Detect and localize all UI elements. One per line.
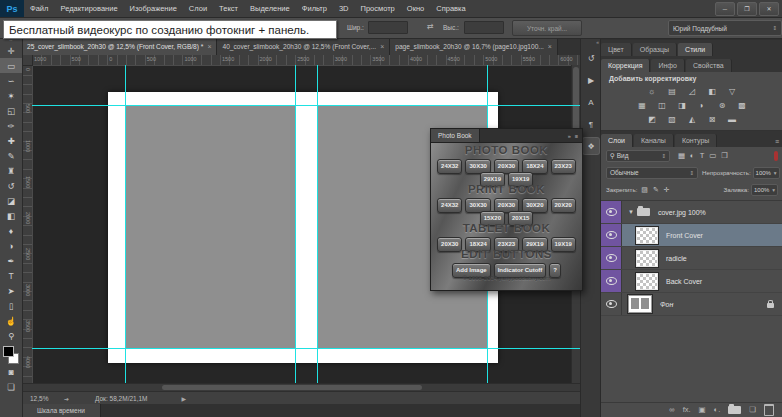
tab-25-cover-slimbook[interactable]: 25_cover_slimbook_20h30 @ 12,5% (Front C… [22,38,217,55]
channel-mixer-icon[interactable]: ⊛ [716,100,729,111]
menu-file[interactable]: Файл [24,4,54,13]
tab-channels[interactable]: Каналы [634,134,674,147]
link-layers-button[interactable]: ∞ [669,406,674,414]
vertical-guide[interactable] [125,65,126,383]
menu-layers[interactable]: Слои [183,4,213,13]
brightness-contrast-icon[interactable]: ☼ [646,86,659,97]
tab-paths[interactable]: Контуры [675,134,717,147]
menu-view[interactable]: Просмотр [355,4,401,13]
filter-toggle-switch[interactable] [774,151,778,161]
clone-stamp-tool-icon[interactable]: ♜ [0,163,22,178]
eye-icon[interactable] [606,208,617,216]
layer-thumbnail[interactable] [636,273,658,290]
tab-styles[interactable]: Стили [678,43,713,56]
eye-icon[interactable] [606,300,617,308]
invert-icon[interactable]: ◩ [646,114,659,125]
blend-mode-select[interactable]: Обычные ⇕ [606,167,698,179]
status-menu-arrow-icon[interactable]: ▶ [182,395,187,402]
status-popup-icon[interactable]: ➔ [64,395,69,402]
panel-collapse-icon[interactable]: » [568,133,571,139]
magic-wand-tool-icon[interactable]: ✶ [0,88,22,103]
menu-edit[interactable]: Редактирование [54,4,123,13]
opacity-field[interactable]: 100% ▾ [753,167,780,179]
layer-name[interactable]: Back Cover [666,278,702,285]
filter-shape-layers-icon[interactable]: ▭ [709,151,716,160]
screen-mode-icon[interactable]: ❏ [0,379,22,394]
path-selection-tool-icon[interactable]: ➤ [0,283,22,298]
layer-name[interactable]: Front Cover [666,232,703,239]
visibility-cell[interactable] [601,270,622,292]
minimize-button[interactable]: ─ [715,2,735,16]
menu-help[interactable]: Справка [430,4,471,13]
blur-tool-icon[interactable]: ♦ [0,223,22,238]
exposure-icon[interactable]: ◧ [706,86,719,97]
actions-panel-icon[interactable]: ▶ [583,72,599,88]
vertical-guide[interactable] [317,65,318,383]
layer-style-button[interactable]: fx. [683,406,691,414]
photo-book-tab[interactable]: Photo Book [431,129,480,142]
tab-page-slimbook[interactable]: page_slimbook_20h30 @ 16,7% (page10.jpg1… [390,38,558,55]
photobook-size-button[interactable]: 24X32 [437,159,462,174]
lock-position-icon[interactable]: ✛ [664,186,670,194]
tab-info[interactable]: Инфо [651,59,685,72]
new-group-button[interactable] [728,406,741,414]
tab-swatches[interactable]: Образцы [633,43,677,56]
printbook-size-button[interactable]: 24X32 [437,198,462,213]
close-button[interactable]: ✕ [759,2,779,16]
menu-filter[interactable]: Фильтр [296,4,333,13]
color-balance-icon[interactable]: ◫ [656,100,669,111]
vertical-guide[interactable] [295,65,296,383]
color-lookup-icon[interactable]: ▩ [736,100,749,111]
hand-tool-icon[interactable]: ☝ [0,313,22,328]
horizontal-guide[interactable] [32,105,580,106]
layer-name[interactable]: cover.jpg 100% [658,209,706,216]
curves-icon[interactable]: ◿ [686,86,699,97]
threshold-icon[interactable]: ◭ [686,114,699,125]
filter-adjustment-layers-icon[interactable]: ◐ [690,151,695,160]
zoom-level-field[interactable]: 12,5% [30,395,64,402]
layer-thumbnail[interactable] [636,227,658,244]
tab-adjustments[interactable]: Коррекция [601,59,650,72]
restore-button[interactable]: ❐ [737,2,757,16]
tabletbook-size-button[interactable]: 19X19 [551,237,576,252]
history-panel-icon[interactable]: ↺ [583,50,599,66]
back-cover-image[interactable] [125,105,295,348]
levels-icon[interactable]: ▤ [666,86,679,97]
filter-smart-objects-icon[interactable]: ❒ [721,151,728,160]
selective-color-icon[interactable]: ⊠ [706,114,719,125]
quick-mask-icon[interactable]: ◙ [0,364,22,379]
tab-properties[interactable]: Свойства [686,59,732,72]
panel-menu-icon[interactable]: ≡ [575,133,578,139]
new-adjustment-layer-button[interactable]: ◐. [714,406,721,414]
layer-thumbnail[interactable] [636,250,658,267]
history-brush-tool-icon[interactable]: ↺ [0,178,22,193]
visibility-cell[interactable] [601,247,622,269]
move-tool-icon[interactable]: ✛ [0,43,22,58]
layer-filter-select[interactable]: ⚲ Вид ⇕ [606,150,670,162]
timeline-tab[interactable]: Шкала времени [22,404,101,417]
background-thumbnail[interactable] [628,295,652,313]
new-layer-button[interactable]: ❏ [749,406,756,414]
black-white-icon[interactable]: ◨ [676,100,689,111]
paragraph-panel-icon[interactable]: ¶ [583,116,599,132]
visibility-cell[interactable] [601,224,622,246]
visibility-cell[interactable] [601,293,622,315]
menu-type[interactable]: Текст [213,4,244,13]
layer-group-row[interactable]: ▼ cover.jpg 100% [601,201,782,224]
zoom-tool-icon[interactable]: ⚲ [0,328,22,343]
lasso-tool-icon[interactable]: ∽ [0,73,22,88]
eraser-tool-icon[interactable]: ◪ [0,193,22,208]
photobook-size-button[interactable]: 23X23 [551,159,576,174]
vertical-ruler[interactable]: 05001000150020002500300035004000 [22,65,33,386]
lock-pixels-icon[interactable]: ✎ [653,186,659,194]
eye-icon[interactable] [606,231,617,239]
layer-name[interactable]: Фон [660,301,673,308]
shape-tool-icon[interactable]: ▯ [0,298,22,313]
vibrance-icon[interactable]: ▽ [726,86,739,97]
layer-row[interactable]: Back Cover [601,270,782,293]
swap-width-height-icon[interactable]: ⇄ [427,22,434,31]
group-disclosure-icon[interactable]: ▼ [628,209,634,215]
brush-tool-icon[interactable]: ✎ [0,148,22,163]
height-input[interactable] [464,21,504,34]
posterize-icon[interactable]: ▧ [666,114,679,125]
